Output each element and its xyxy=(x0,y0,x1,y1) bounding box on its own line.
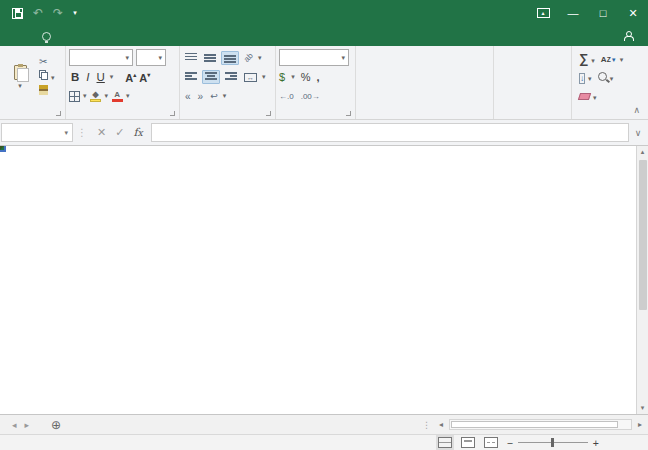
status-bar: − + xyxy=(0,434,648,450)
fill-down-icon: ↓ xyxy=(579,73,585,84)
cell-corner-marker xyxy=(0,146,4,150)
autosum-button[interactable]: ∑ ▾ xyxy=(579,52,595,65)
tell-me-box[interactable] xyxy=(42,26,56,46)
wrap-text-button[interactable]: ↩ xyxy=(208,90,220,102)
sort-filter-icon: AZ▼ xyxy=(601,55,617,64)
redo-icon[interactable]: ↷ xyxy=(53,6,63,20)
scroll-up-icon[interactable]: ▴ xyxy=(641,146,645,158)
expand-formula-bar-icon[interactable]: ∨ xyxy=(629,128,647,138)
page-break-view-icon[interactable] xyxy=(484,437,498,448)
sort-filter-button[interactable]: AZ▼ ▾ xyxy=(601,52,623,64)
cut-icon[interactable]: ✂ xyxy=(39,57,55,67)
name-box[interactable]: ▾ xyxy=(1,123,73,142)
align-bottom-button[interactable] xyxy=(221,51,239,65)
enter-formula-icon[interactable]: ✓ xyxy=(115,126,124,139)
decrease-font-size-button[interactable]: A▾ xyxy=(139,71,150,84)
number-format-select[interactable]: ▾ xyxy=(279,49,349,66)
percent-style-button[interactable]: % xyxy=(301,71,311,83)
formula-bar-divider: ⋮ xyxy=(73,127,91,138)
vertical-scrollbar[interactable]: ▴ ▾ xyxy=(636,146,648,414)
undo-icon[interactable]: ↶ xyxy=(33,6,43,20)
ribbon-display-options-icon[interactable]: ▴ xyxy=(528,0,558,26)
scroll-left-icon[interactable]: ◂ xyxy=(435,420,447,429)
scroll-down-icon[interactable]: ▾ xyxy=(641,402,645,414)
align-middle-button[interactable] xyxy=(202,52,218,64)
ribbon-group-alignment: ab▾ ↔▾ « » ↩▾ xyxy=(180,46,276,119)
increase-decimal-button[interactable]: ←.0 xyxy=(279,92,294,101)
maximize-icon[interactable]: □ xyxy=(588,0,618,26)
align-right-button[interactable] xyxy=(223,71,239,83)
align-top-button[interactable] xyxy=(183,52,199,64)
zoom-out-icon[interactable]: − xyxy=(507,437,513,449)
increase-font-size-button[interactable]: A▴ xyxy=(125,71,136,84)
title-bar: ↶ ↷ ▾ ▴ — □ ✕ xyxy=(0,0,648,26)
underline-button[interactable]: U xyxy=(95,71,107,83)
font-color-button[interactable]: A xyxy=(111,91,123,102)
formula-input[interactable] xyxy=(151,123,629,142)
font-size-select[interactable]: ▾ xyxy=(136,49,166,66)
cancel-formula-icon[interactable]: ✕ xyxy=(97,126,106,139)
merge-center-button[interactable]: ↔ xyxy=(242,72,259,83)
tab-file[interactable] xyxy=(0,26,28,46)
borders-icon[interactable] xyxy=(69,91,80,102)
align-center-button[interactable] xyxy=(202,70,220,84)
format-painter-button[interactable] xyxy=(39,85,55,97)
vertical-scroll-thumb[interactable] xyxy=(639,160,647,310)
zoom-slider[interactable] xyxy=(518,442,588,443)
worksheet-area: ▴ ▾ xyxy=(0,146,648,414)
ribbon-tab-bar xyxy=(0,26,648,46)
italic-button[interactable]: I xyxy=(84,71,91,83)
font-name-select[interactable]: ▾ xyxy=(69,49,133,66)
quick-access-toolbar: ↶ ↷ ▾ xyxy=(12,6,77,20)
insert-function-icon[interactable]: fx xyxy=(133,126,142,139)
orientation-button[interactable]: ab xyxy=(242,52,255,63)
clear-button[interactable]: ▾ xyxy=(579,90,597,102)
decrease-indent-button[interactable]: « xyxy=(183,90,193,103)
bold-button[interactable]: B xyxy=(69,71,81,83)
ribbon-group-number: ▾ $▾ % , ←.0 .00→ xyxy=(276,46,356,119)
minimize-icon[interactable]: — xyxy=(558,0,588,26)
horizontal-scroll-thumb[interactable] xyxy=(451,421,618,428)
underline-caret-icon[interactable]: ▾ xyxy=(110,73,114,81)
decrease-decimal-button[interactable]: .00→ xyxy=(301,92,320,101)
sheet-tab-bar: ◂ ▸ ⊕ ⋮ ◂ ▸ xyxy=(0,414,648,434)
name-box-caret-icon[interactable]: ▾ xyxy=(64,129,68,137)
comma-style-button[interactable]: , xyxy=(316,71,319,83)
font-dialog-launcher-icon[interactable] xyxy=(170,111,175,116)
accounting-format-button[interactable]: $ xyxy=(279,71,285,83)
share-button[interactable] xyxy=(623,31,638,41)
formula-bar: ▾ ⋮ ✕ ✓ fx ∨ xyxy=(0,120,648,146)
find-select-button[interactable]: ▾ xyxy=(598,71,614,83)
save-icon[interactable] xyxy=(12,8,23,19)
zoom-slider-thumb[interactable] xyxy=(551,438,554,447)
fill-color-button[interactable]: ◆ xyxy=(90,91,102,102)
scroll-right-icon[interactable]: ▸ xyxy=(634,420,646,429)
paste-button[interactable]: ▾ xyxy=(3,48,37,106)
magnifier-icon xyxy=(598,72,607,81)
ribbon-group-font: ▾ ▾ B I U ▾ A▴ A▾ ▾ ◆▾ A▾ xyxy=(66,46,180,119)
tab-scrollbar-splitter[interactable]: ⋮ xyxy=(420,415,433,434)
ribbon: ▾ ✂ ▾ ▾ ▾ B I U ▾ xyxy=(0,46,648,120)
alignment-dialog-launcher-icon[interactable] xyxy=(266,111,271,116)
fill-button[interactable]: ↓ ▾ xyxy=(579,71,592,83)
zoom-in-icon[interactable]: + xyxy=(593,437,599,449)
close-icon[interactable]: ✕ xyxy=(618,0,648,26)
new-sheet-button[interactable]: ⊕ xyxy=(41,415,71,434)
align-left-button[interactable] xyxy=(183,71,199,83)
eraser-icon xyxy=(578,93,591,100)
copy-button[interactable]: ▾ xyxy=(39,70,55,82)
increase-indent-button[interactable]: » xyxy=(196,90,206,103)
number-dialog-launcher-icon[interactable] xyxy=(346,111,351,116)
previous-sheet-icon[interactable]: ◂ xyxy=(12,420,17,430)
number-group-label xyxy=(279,106,352,119)
page-layout-view-icon[interactable] xyxy=(461,437,475,448)
clipboard-dialog-launcher-icon[interactable] xyxy=(56,111,61,116)
collapse-ribbon-icon[interactable]: ∧ xyxy=(633,105,640,115)
customize-quick-access-icon[interactable]: ▾ xyxy=(73,9,77,17)
horizontal-scrollbar[interactable]: ◂ ▸ xyxy=(433,415,648,434)
clipboard-group-label xyxy=(3,106,62,119)
next-sheet-icon[interactable]: ▸ xyxy=(25,420,30,430)
paste-clipboard-icon xyxy=(14,65,27,80)
normal-view-icon[interactable] xyxy=(438,437,452,448)
alignment-group-label xyxy=(183,106,272,119)
